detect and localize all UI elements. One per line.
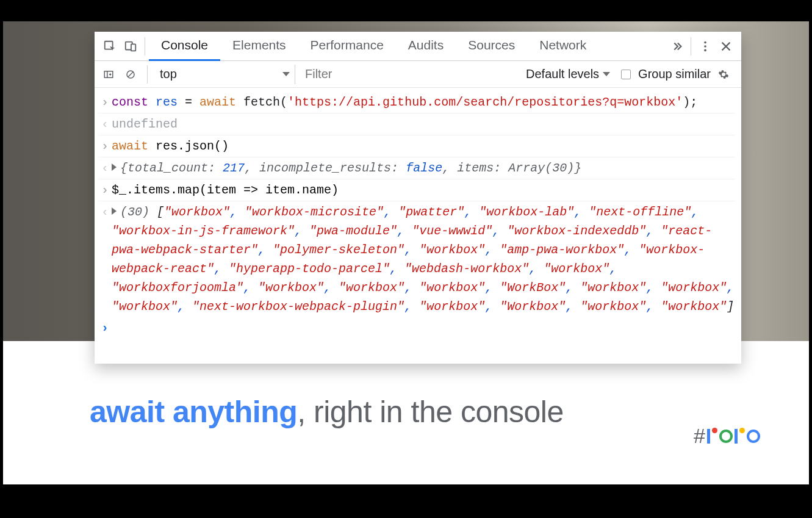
output-chevron-icon (98, 115, 112, 134)
console-input-row: const res = await fetch('https://api.git… (98, 92, 735, 113)
chevron-down-icon (603, 72, 610, 76)
svg-point-5 (704, 49, 706, 51)
logo-dot-red (712, 428, 717, 433)
svg-point-4 (704, 45, 706, 48)
filter-input[interactable] (299, 65, 465, 84)
chevron-down-icon (282, 72, 290, 76)
caption-bold: await anything (90, 395, 297, 429)
slide-page: Console Elements Performance Audits Sour… (3, 21, 809, 484)
console-input-row: await res.json() (98, 135, 735, 157)
more-tabs-icon[interactable] (666, 32, 687, 61)
console-input-row: $_.items.map(item => item.name) (98, 179, 735, 201)
input-chevron-icon (98, 93, 112, 112)
devtools-panel: Console Elements Performance Audits Sour… (95, 32, 741, 364)
io-logo: # (694, 424, 760, 448)
input-chevron-icon (98, 137, 112, 156)
devtools-toolbar: Console Elements Performance Audits Sour… (95, 32, 741, 61)
slide-caption: await anything, right in the console (90, 394, 564, 430)
context-selector[interactable]: top (155, 65, 295, 84)
device-toggle-icon[interactable] (120, 32, 141, 61)
svg-rect-2 (131, 44, 135, 51)
separator (147, 65, 148, 84)
tab-performance[interactable]: Performance (298, 32, 396, 61)
tab-elements[interactable]: Elements (220, 32, 298, 61)
output-chevron-icon (98, 159, 112, 178)
gear-icon[interactable] (714, 62, 733, 87)
clear-console-icon[interactable] (121, 62, 140, 87)
console-output-row: undefined (98, 113, 735, 135)
tab-network[interactable]: Network (527, 32, 598, 61)
kebab-menu-icon[interactable] (695, 32, 716, 61)
separator (691, 37, 691, 56)
code-line: $_.items.map(item => item.name) (112, 181, 735, 200)
tab-console[interactable]: Console (149, 32, 220, 61)
console-subbar: top Default levels Group similar (95, 61, 741, 88)
input-chevron-icon (98, 181, 112, 200)
code-line: const res = await fetch('https://api.git… (112, 93, 735, 112)
inspect-icon[interactable] (99, 32, 120, 61)
group-similar-label[interactable]: Group similar (638, 67, 711, 81)
console-output-row[interactable]: {total_count: 217, incomplete_results: f… (98, 157, 735, 179)
undefined-value: undefined (112, 115, 735, 134)
devtools-tabs: Console Elements Performance Audits Sour… (149, 32, 666, 61)
separator (145, 37, 145, 56)
caption-rest: , right in the console (297, 395, 564, 429)
expand-triangle-icon[interactable] (112, 205, 120, 219)
logo-bar-blue (707, 429, 710, 444)
logo-dot-yellow (739, 428, 745, 433)
expand-triangle-icon[interactable] (112, 161, 120, 175)
logo-ring-blue (747, 430, 760, 443)
tab-sources[interactable]: Sources (456, 32, 527, 61)
levels-label: Default levels (526, 67, 599, 81)
object-preview[interactable]: {total_count: 217, incomplete_results: f… (112, 159, 735, 178)
close-icon[interactable] (716, 32, 736, 61)
show-sidebar-icon[interactable] (99, 62, 118, 87)
console-output[interactable]: const res = await fetch('https://api.git… (95, 88, 741, 364)
console-output-row[interactable]: (30) ["workbox", "workbox-microsite", "p… (98, 201, 735, 317)
logo-ring-green (719, 430, 733, 443)
logo-bar-blue (735, 429, 738, 444)
tab-audits[interactable]: Audits (396, 32, 456, 61)
hash-symbol: # (694, 424, 705, 448)
svg-point-3 (704, 41, 706, 43)
code-line: await res.json() (112, 137, 735, 156)
log-levels-selector[interactable]: Default levels (526, 67, 610, 81)
output-chevron-icon (98, 203, 112, 221)
prompt-chevron-icon (98, 318, 112, 337)
array-preview[interactable]: (30) ["workbox", "workbox-microsite", "p… (112, 203, 735, 316)
group-similar-checkbox[interactable] (621, 70, 631, 79)
console-prompt-row[interactable] (98, 317, 735, 339)
context-value: top (160, 67, 177, 81)
